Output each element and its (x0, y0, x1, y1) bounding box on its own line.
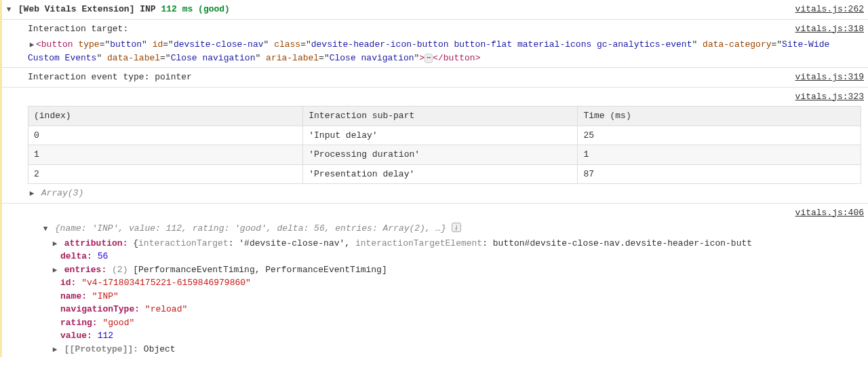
source-link[interactable]: vitals.js:406 (795, 206, 864, 220)
info-icon[interactable]: i (452, 223, 461, 232)
disclosure-icon[interactable] (28, 39, 36, 51)
source-link[interactable]: vitals.js:318 (795, 22, 864, 36)
disclosure-icon[interactable] (51, 238, 59, 250)
col-time: Time (ms) (578, 107, 861, 126)
disclosure-icon[interactable] (28, 188, 36, 200)
log-value: 112 ms (161, 4, 193, 14)
target-label: Interaction target: (28, 24, 128, 34)
table-row: 2 'Presentation delay' 87 (28, 164, 861, 184)
object-preview[interactable]: {name: 'INP', value: 112, rating: 'good'… (55, 223, 446, 233)
col-subpart: Interaction sub-part (303, 107, 578, 126)
log-entry-target: Interaction target: vitals.js:318 <butto… (0, 20, 868, 69)
col-index: (index) (28, 107, 303, 126)
table-row: 0 'Input delay' 25 (28, 126, 861, 145)
array-label[interactable]: Array(3) (41, 188, 83, 198)
log-rating: (good) (198, 4, 230, 14)
log-entry-event-type: Interaction event type: pointer vitals.j… (0, 68, 868, 88)
log-entry-header: [Web Vitals Extension] INP 112 ms (good)… (0, 0, 868, 20)
source-link[interactable]: vitals.js:323 (795, 90, 864, 104)
disclosure-icon[interactable] (51, 344, 59, 356)
log-entry-table: vitals.js:323 (index) Interaction sub-pa… (0, 88, 868, 204)
log-entry-object: vitals.js:406 {name: 'INP', value: 112, … (0, 204, 868, 358)
interaction-breakdown-table: (index) Interaction sub-part Time (ms) 0… (28, 106, 861, 184)
table-header-row: (index) Interaction sub-part Time (ms) (28, 107, 861, 126)
object-properties: attribution: {interactionTarget: '#devsi… (5, 237, 868, 356)
log-title: [Web Vitals Extension] INP (18, 4, 156, 14)
source-link[interactable]: vitals.js:262 (795, 3, 864, 16)
ellipsis-icon[interactable]: ⋯ (425, 54, 433, 63)
disclosure-icon[interactable] (51, 265, 59, 276)
table-row: 1 'Processing duration' 1 (28, 145, 861, 165)
disclosure-icon[interactable] (5, 4, 13, 16)
target-element-html[interactable]: <button type="button" id="devsite-close-… (5, 38, 864, 64)
disclosure-icon[interactable] (41, 223, 50, 235)
source-link[interactable]: vitals.js:319 (795, 71, 864, 84)
event-type-text: Interaction event type: pointer (28, 72, 192, 82)
